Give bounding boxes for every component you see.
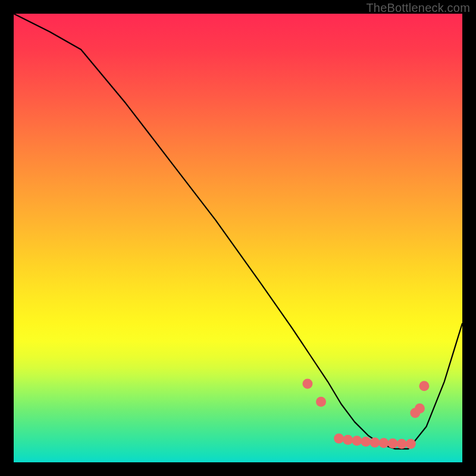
watermark-text: TheBottleneck.com <box>366 1 470 15</box>
chart-gradient-area <box>14 14 462 462</box>
